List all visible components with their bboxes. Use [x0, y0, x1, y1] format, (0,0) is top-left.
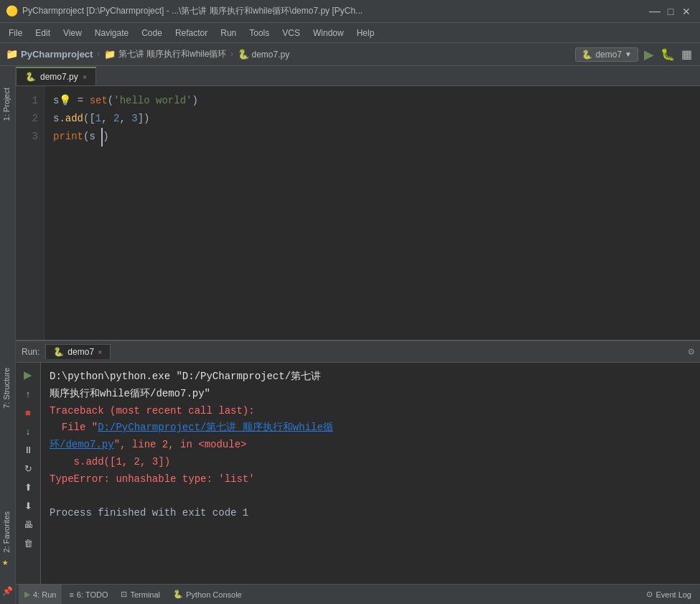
folder-icon: 📁 — [104, 49, 116, 60]
maximize-button[interactable]: □ — [663, 4, 678, 19]
menu-view[interactable]: View — [57, 26, 88, 40]
output-line-1: D:\python\python.exe "D:/PyCharmproject/… — [50, 368, 691, 386]
run-down-button[interactable]: ↓ — [20, 423, 36, 439]
nav-folder[interactable]: 第七讲 顺序执行和while循环 — [118, 48, 227, 60]
menu-help[interactable]: Help — [351, 26, 381, 40]
run-scroll-up-button[interactable]: ⬆ — [20, 479, 36, 495]
run-print-button[interactable]: 🖶 — [20, 516, 36, 532]
full-layout: 1: Project 7: Structure 2: Favorites ★ 📌… — [0, 66, 700, 604]
minimize-button[interactable]: — — [647, 4, 663, 19]
run-panel: Run: 🐍 demo7 × ⚙ ▶ ↑ ■ ↓ ⏸ ↻ — [16, 340, 700, 584]
bottom-tab-todo[interactable]: ≡ 6: TODO — [63, 585, 113, 604]
code-content[interactable]: s💡 = set('hello world') s.add([1, 2, 3])… — [45, 86, 700, 340]
run-scroll-down-button[interactable]: ⬇ — [20, 498, 36, 514]
run-config-label: demo7 — [595, 50, 622, 60]
event-log-icon: ⊙ — [646, 590, 653, 599]
menu-vcs[interactable]: VCS — [276, 26, 306, 40]
title-bar: 🟡 PyCharmproject [D:\PyCharmproject] - .… — [0, 0, 700, 23]
code-line-3: print(s ) — [53, 128, 691, 146]
code-editor[interactable]: 1 2 3 s💡 = set('hello world') s.add([1, … — [16, 86, 700, 340]
menu-tools[interactable]: Tools — [243, 26, 275, 40]
run-tab-demo7[interactable]: 🐍 demo7 × — [45, 344, 110, 359]
run-clear-button[interactable]: 🗑 — [20, 535, 36, 551]
menu-navigate[interactable]: Navigate — [89, 26, 134, 40]
traceback-link[interactable]: D:/PyCharmproject/第七讲 顺序执行和while循 — [98, 422, 333, 433]
run-play-button[interactable]: ▶ — [20, 367, 36, 383]
menu-edit[interactable]: Edit — [29, 26, 56, 40]
run-tab-icon: 🐍 — [53, 347, 64, 357]
run-stop-button[interactable]: ■ — [20, 404, 36, 420]
run-tab-play-icon: ▶ — [24, 590, 30, 599]
nav-separator-2: › — [229, 50, 234, 60]
window-title: PyCharmproject [D:\PyCharmproject] - ...… — [22, 5, 647, 17]
bottom-event-log-label: Event Log — [655, 590, 691, 599]
todo-icon: ≡ — [69, 590, 73, 599]
left-sidebar: 1: Project 7: Structure 2: Favorites ★ 📌 — [0, 66, 16, 604]
tab-close-icon[interactable]: × — [83, 73, 87, 81]
output-line-2: 顺序执行和while循环/demo7.py" — [50, 386, 691, 403]
bottom-tab-terminal[interactable]: ⊡ Terminal — [115, 585, 166, 604]
code-line-2: s.add([1, 2, 3]) — [53, 110, 691, 128]
bottom-tab-run[interactable]: ▶ 4: Run — [19, 585, 62, 604]
bottom-python-label: Python Console — [186, 590, 242, 599]
output-line-5: 环/demo7.py", line 2, in <module> — [50, 437, 691, 454]
output-line-8 — [50, 488, 691, 506]
run-button[interactable]: ▶ — [641, 47, 657, 62]
output-line-6: s.add([1, 2, 3]) — [50, 454, 691, 471]
tab-demo7[interactable]: 🐍 demo7.py × — [16, 67, 96, 85]
bottom-todo-label: 6: TODO — [77, 590, 108, 599]
line-num-2: 2 — [16, 110, 38, 128]
app-icon: 🟡 — [6, 5, 18, 17]
run-output: D:\python\python.exe "D:/PyCharmproject/… — [41, 363, 700, 584]
bottom-tab-event-log[interactable]: ⊙ Event Log — [640, 585, 697, 604]
run-config-dropdown[interactable]: 🐍 demo7 ▼ — [575, 47, 638, 62]
content-area: 🐍 demo7.py × 1 2 3 s💡 = set('hello world… — [16, 66, 700, 604]
run-tab-bar: Run: 🐍 demo7 × ⚙ — [16, 341, 700, 363]
menu-file[interactable]: File — [3, 26, 28, 40]
chevron-down-icon: ▼ — [625, 50, 632, 58]
run-tab-close-icon[interactable]: × — [98, 348, 102, 356]
debug-button[interactable]: 🐛 — [660, 47, 676, 62]
project-folder-icon: 📁 — [6, 48, 18, 60]
bottom-terminal-label: Terminal — [130, 590, 160, 599]
terminal-icon: ⊡ — [121, 590, 127, 599]
menu-window[interactable]: Window — [307, 26, 350, 40]
bottom-tab-python-console[interactable]: 🐍 Python Console — [167, 585, 248, 604]
run-up-button[interactable]: ↑ — [20, 386, 36, 401]
menu-code[interactable]: Code — [136, 26, 168, 40]
pin-icon[interactable]: 📌 — [2, 586, 13, 597]
nav-bar: 📁 PyCharmproject › 📁 第七讲 顺序执行和while循环 › … — [0, 43, 700, 66]
code-line-1: s💡 = set('hello world') — [53, 92, 691, 110]
output-line-7: TypeError: unhashable type: 'list' — [50, 471, 691, 488]
menu-run[interactable]: Run — [215, 26, 242, 40]
run-label: Run: — [22, 347, 39, 357]
favorites-star-icon[interactable]: ★ — [2, 556, 8, 568]
editor-tab-bar: 🐍 demo7.py × — [16, 66, 700, 86]
run-pause-button[interactable]: ⏸ — [20, 442, 36, 457]
nav-file[interactable]: demo7.py — [252, 50, 290, 60]
tab-file-icon: 🐍 — [25, 72, 36, 82]
tab-label: demo7.py — [40, 72, 78, 82]
sidebar-item-structure[interactable]: 7: Structure — [2, 368, 11, 409]
nav-separator-1: › — [95, 50, 101, 60]
run-sidebar: ▶ ↑ ■ ↓ ⏸ ↻ ⬆ ⬇ 🖶 🗑 — [16, 363, 41, 584]
settings-gear-icon[interactable]: ⚙ — [689, 345, 694, 358]
sidebar-item-project[interactable]: 1: Project — [2, 88, 11, 121]
menu-refactor[interactable]: Refactor — [169, 26, 213, 40]
line-num-1: 1 — [16, 92, 38, 110]
bottom-run-label: 4: Run — [33, 590, 56, 599]
line-num-3: 3 — [16, 128, 38, 146]
sidebar-item-favorites[interactable]: 2: Favorites — [2, 511, 11, 552]
output-line-4: File "D:/PyCharmproject/第七讲 顺序执行和while循 — [50, 419, 691, 437]
python-console-icon: 🐍 — [173, 590, 183, 599]
run-config-icon: 🐍 — [582, 50, 592, 60]
bottom-tab-bar: ▶ 4: Run ≡ 6: TODO ⊡ Terminal 🐍 Python C… — [16, 584, 700, 604]
menu-bar: File Edit View Navigate Code Refactor Ru… — [0, 23, 700, 43]
file-icon: 🐍 — [238, 49, 249, 60]
run-rerun-button[interactable]: ↻ — [20, 460, 36, 476]
output-line-9: Process finished with exit code 1 — [50, 505, 691, 522]
close-button[interactable]: ✕ — [678, 4, 694, 19]
project-name[interactable]: PyCharmproject — [21, 49, 93, 60]
profile-button[interactable]: ▦ — [678, 47, 694, 62]
traceback-link-2[interactable]: 环/demo7.py — [50, 439, 114, 450]
